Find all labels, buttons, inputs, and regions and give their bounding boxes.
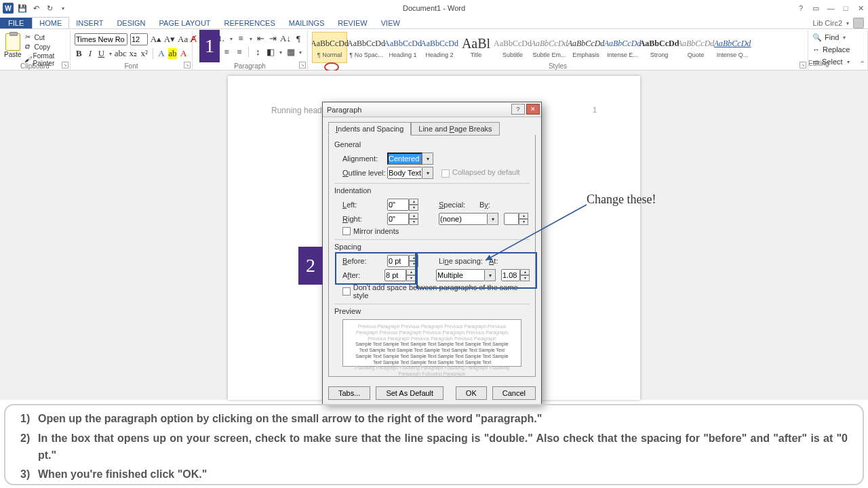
tab-design[interactable]: DESIGN [110,18,152,28]
avatar-icon [853,18,864,28]
line-spacing-icon[interactable]: ↕ [253,47,263,58]
tab-insert[interactable]: INSERT [69,18,110,28]
clipboard-launcher[interactable]: ↘ [62,62,68,68]
line-spacing-select[interactable]: ▾ [436,269,496,281]
grow-font-icon[interactable]: A▴ [151,34,161,45]
style--normal[interactable]: AaBbCcDd¶ Normal [312,32,347,63]
strikethrough-button[interactable]: abc [115,48,126,59]
borders-icon[interactable]: ▦ [285,47,296,58]
copy-button[interactable]: ⧉Copy [24,43,66,51]
indent-left-input[interactable]: ▴▾ [387,199,418,211]
help-icon[interactable]: ? [796,3,806,13]
superscript-button[interactable]: x² [140,48,149,59]
tab-references[interactable]: REFERENCES [218,18,282,28]
title-bar: W 💾 ↶ ↻ ▾ Document1 - Word ? ▭ — □ ✕ [0,0,868,16]
subscript-button[interactable]: x₂ [129,48,138,59]
cancel-button[interactable]: Cancel [492,386,536,400]
qat-dropdown-icon[interactable]: ▾ [58,3,68,13]
tab-view[interactable]: VIEW [374,18,407,28]
callout-1: 1 [199,30,220,62]
collapse-ribbon-icon[interactable]: ⌃ [859,60,865,68]
tab-review[interactable]: REVIEW [331,18,374,28]
style-strong[interactable]: AaBbCcDdStrong [642,32,677,63]
style-title[interactable]: AaBlTitle [458,32,494,63]
align-right-icon[interactable]: ≡ [222,47,232,58]
close-window-icon[interactable]: ✕ [856,3,865,13]
font-launcher[interactable]: ↘ [184,62,191,68]
tabs-button[interactable]: Tabs... [328,386,370,400]
ribbon-display-icon[interactable]: ▭ [811,3,821,13]
dialog-help-icon[interactable]: ? [511,104,525,115]
by-input[interactable]: ▴▾ [504,213,528,225]
style-intense-q-[interactable]: AaBbCcDdIntense Q... [715,32,750,63]
text-effects-icon[interactable]: A [157,48,166,59]
underline-dropdown-icon[interactable]: ▾ [108,48,113,59]
decrease-indent-icon[interactable]: ⇤ [256,33,265,44]
font-family-input[interactable] [75,33,127,45]
tab-indents-spacing[interactable]: Indents and Spacing [328,122,411,136]
dialog-titlebar[interactable]: Paragraph ? ✕ [323,102,541,117]
instruction-1: Open up the paragraph option by clicking… [20,411,848,428]
italic-button[interactable]: I [86,48,95,59]
before-input[interactable]: ▴▾ [387,255,418,267]
alignment-select[interactable]: ▾ [387,152,433,165]
save-icon[interactable]: 💾 [18,3,27,13]
signed-in-user[interactable]: Lib Circ2 ▾ [813,18,868,28]
cut-icon: ✂ [24,33,33,41]
outline-select[interactable]: ▾ [387,167,433,179]
alignment-label: Alignment: [342,155,387,163]
paste-button[interactable]: Paste [4,32,22,60]
style-heading-2[interactable]: AaBbCcDdHeading 2 [422,32,457,63]
redo-icon[interactable]: ↻ [45,3,54,13]
set-default-button[interactable]: Set As Default [376,386,443,400]
minimize-icon[interactable]: — [826,3,835,13]
style-heading-1[interactable]: AaBbCcDdHeading 1 [385,32,420,63]
undo-icon[interactable]: ↶ [31,3,41,13]
instruction-3: When you're finished click "OK." [20,466,848,483]
change-case-icon[interactable]: Aa [178,34,188,45]
multilevel-icon[interactable]: ≡ [236,33,245,44]
justify-icon[interactable]: ≡ [235,47,245,58]
show-marks-icon[interactable]: ¶ [294,33,303,44]
maximize-icon[interactable]: □ [841,3,850,13]
tab-home[interactable]: HOME [32,17,69,28]
instructions-box: Open up the paragraph option by clicking… [4,404,864,485]
mirror-indents-checkbox[interactable]: Mirror indents [342,227,530,235]
indent-right-input[interactable]: ▴▾ [387,213,418,225]
dropdown-icon[interactable]: ▾ [422,152,433,165]
style--no-spac-[interactable]: AaBbCcDd¶ No Spac... [349,32,384,63]
style-intense-e-[interactable]: AaBbCcDdIntense E... [605,32,640,63]
sort-icon[interactable]: A↓ [280,33,291,44]
after-input[interactable]: ▴▾ [384,269,416,281]
style-subtle-em-[interactable]: AaBbCcDdSubtle Em... [532,32,567,63]
by-label: By: [479,201,507,209]
outline-label: Outline level: [342,169,387,177]
style-emphasis[interactable]: AaBbCcDdEmphasis [568,32,604,63]
tab-line-page-breaks[interactable]: Line and Page Breaks [411,122,499,136]
font-color-icon[interactable]: A [180,48,189,59]
special-label: Special: [439,201,479,209]
style-subtitle[interactable]: AaBbCcDdSubtitle [495,32,530,63]
style-quote[interactable]: AaBbCcDdQuote [678,32,713,63]
tab-pagelayout[interactable]: PAGE LAYOUT [153,18,218,28]
underline-button[interactable]: U [97,48,106,59]
styles-gallery[interactable]: AaBbCcDd¶ NormalAaBbCcDd¶ No Spac...AaBb… [312,32,804,64]
shading-icon[interactable]: ◧ [265,47,275,58]
no-add-space-checkbox[interactable]: Don't add space between paragraphs of th… [342,283,530,300]
styles-launcher[interactable]: ↘ [800,62,806,68]
replace-button[interactable]: ↔ Replace [812,44,863,55]
tab-file[interactable]: FILE [0,18,32,28]
dialog-close-icon[interactable]: ✕ [526,104,540,115]
find-button[interactable]: 🔍 Find ▾ [812,32,863,43]
bold-button[interactable]: B [75,48,83,59]
increase-indent-icon[interactable]: ⇥ [268,33,277,44]
highlight-icon[interactable]: ab [168,48,176,59]
font-size-input[interactable] [130,33,148,45]
shrink-font-icon[interactable]: A▾ [164,34,175,45]
paragraph-launcher[interactable]: ↘ [299,62,306,68]
tab-mailings[interactable]: MAILINGS [282,18,332,28]
special-select[interactable]: ▾ [439,213,498,225]
cut-button[interactable]: ✂Cut [24,33,66,41]
at-input[interactable]: ▴▾ [501,269,530,281]
ok-button[interactable]: OK [456,386,487,400]
